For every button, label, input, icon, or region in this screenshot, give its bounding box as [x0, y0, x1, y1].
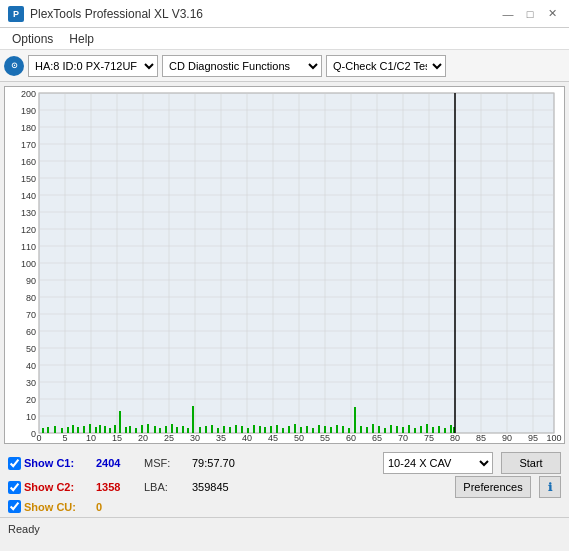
- svg-text:40: 40: [26, 361, 36, 371]
- window-title: PlexTools Professional XL V3.16: [30, 7, 203, 21]
- svg-rect-125: [270, 426, 272, 433]
- svg-rect-89: [67, 427, 69, 433]
- cu-value: 0: [96, 501, 136, 513]
- svg-rect-95: [99, 425, 101, 433]
- show-c2-checkbox-label[interactable]: Show C2:: [8, 481, 88, 494]
- svg-rect-104: [147, 424, 149, 433]
- svg-text:140: 140: [21, 191, 36, 201]
- stats-row2: Show C2: 1358 LBA: 359845 Preferences ℹ: [8, 476, 561, 498]
- toolbar: ⊙ HA:8 ID:0 PX-712UF CD Diagnostic Funct…: [0, 50, 569, 82]
- svg-text:90: 90: [26, 276, 36, 286]
- svg-rect-126: [276, 425, 278, 433]
- svg-rect-93: [89, 424, 91, 433]
- svg-rect-97: [109, 428, 111, 433]
- svg-rect-131: [306, 426, 308, 433]
- svg-text:170: 170: [21, 140, 36, 150]
- svg-text:180: 180: [21, 123, 36, 133]
- svg-rect-110: [182, 426, 184, 433]
- minimize-button[interactable]: —: [499, 5, 517, 23]
- svg-rect-88: [61, 428, 63, 433]
- info-button[interactable]: ℹ: [539, 476, 561, 498]
- svg-text:50: 50: [26, 344, 36, 354]
- svg-text:40: 40: [242, 433, 252, 441]
- svg-text:190: 190: [21, 106, 36, 116]
- svg-rect-137: [342, 426, 344, 433]
- svg-text:55: 55: [320, 433, 330, 441]
- show-cu-checkbox-label[interactable]: Show CU:: [8, 500, 88, 513]
- svg-text:30: 30: [26, 378, 36, 388]
- menu-bar: Options Help: [0, 28, 569, 50]
- svg-rect-145: [390, 425, 392, 433]
- chart-svg: 200 190 180 170 160 150 140 130 120 110 …: [9, 91, 562, 441]
- svg-rect-90: [72, 425, 74, 433]
- c1-value: 2404: [96, 457, 136, 469]
- svg-text:200: 200: [21, 91, 36, 99]
- svg-text:50: 50: [294, 433, 304, 441]
- speed-selector[interactable]: 10-24 X CAV 4 X CLV 8 X CLV 16 X CLV MAX…: [383, 452, 493, 474]
- svg-rect-128: [288, 426, 290, 433]
- svg-rect-134: [324, 426, 326, 433]
- svg-rect-119: [235, 425, 237, 433]
- svg-rect-147: [402, 427, 404, 433]
- svg-rect-108: [171, 424, 173, 433]
- show-c1-checkbox-label[interactable]: Show C1:: [8, 457, 88, 470]
- close-button[interactable]: ✕: [543, 5, 561, 23]
- svg-rect-117: [223, 426, 225, 433]
- svg-text:45: 45: [268, 433, 278, 441]
- svg-rect-143: [378, 426, 380, 433]
- svg-text:70: 70: [26, 310, 36, 320]
- svg-rect-148: [408, 425, 410, 433]
- svg-text:10: 10: [26, 412, 36, 422]
- svg-rect-144: [384, 428, 386, 433]
- maximize-button[interactable]: □: [521, 5, 539, 23]
- svg-text:20: 20: [26, 395, 36, 405]
- svg-text:160: 160: [21, 157, 36, 167]
- svg-rect-107: [165, 426, 167, 433]
- svg-text:95: 95: [528, 433, 538, 441]
- svg-text:5: 5: [62, 433, 67, 441]
- svg-rect-140: [360, 426, 362, 433]
- start-button[interactable]: Start: [501, 452, 561, 474]
- svg-text:80: 80: [450, 433, 460, 441]
- svg-rect-100: [125, 427, 127, 433]
- svg-rect-130: [300, 427, 302, 433]
- preferences-button[interactable]: Preferences: [455, 476, 531, 498]
- menu-help[interactable]: Help: [61, 30, 102, 48]
- show-c1-checkbox[interactable]: [8, 457, 21, 470]
- svg-text:100: 100: [546, 433, 561, 441]
- show-c2-checkbox[interactable]: [8, 481, 21, 494]
- show-cu-checkbox[interactable]: [8, 500, 21, 513]
- svg-rect-113: [199, 427, 201, 433]
- svg-rect-102: [135, 428, 137, 433]
- stats-row1: Show C1: 2404 MSF: 79:57.70 10-24 X CAV …: [8, 452, 561, 474]
- svg-rect-116: [217, 428, 219, 433]
- svg-rect-141: [366, 427, 368, 433]
- svg-rect-129: [294, 424, 296, 433]
- svg-rect-99: [119, 411, 121, 433]
- msf-value: 79:57.70: [192, 457, 235, 469]
- svg-rect-124: [264, 427, 266, 433]
- svg-rect-153: [438, 426, 440, 433]
- svg-rect-111: [187, 428, 189, 433]
- svg-rect-115: [211, 425, 213, 433]
- svg-rect-103: [141, 425, 143, 433]
- svg-rect-139: [354, 407, 356, 433]
- svg-text:35: 35: [216, 433, 226, 441]
- svg-text:0: 0: [31, 429, 36, 439]
- menu-options[interactable]: Options: [4, 30, 61, 48]
- svg-rect-96: [104, 426, 106, 433]
- svg-rect-127: [282, 428, 284, 433]
- svg-rect-142: [372, 424, 374, 433]
- svg-rect-92: [83, 426, 85, 433]
- window-controls: — □ ✕: [499, 5, 561, 23]
- svg-rect-135: [330, 427, 332, 433]
- msf-label: MSF:: [144, 457, 184, 469]
- svg-text:30: 30: [190, 433, 200, 441]
- function-selector[interactable]: CD Diagnostic Functions: [162, 55, 322, 77]
- svg-rect-106: [159, 428, 161, 433]
- svg-rect-154: [444, 428, 446, 433]
- test-selector[interactable]: Q-Check C1/C2 Test: [326, 55, 446, 77]
- svg-text:85: 85: [476, 433, 486, 441]
- drive-selector[interactable]: HA:8 ID:0 PX-712UF: [28, 55, 158, 77]
- svg-text:65: 65: [372, 433, 382, 441]
